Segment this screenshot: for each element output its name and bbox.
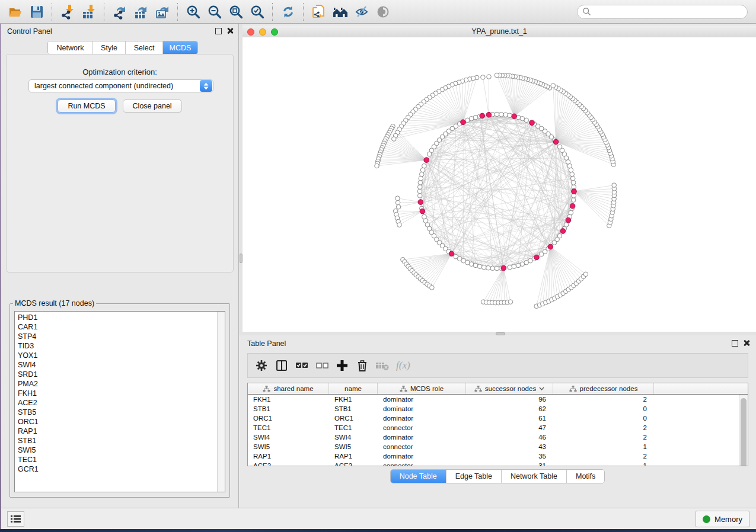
zoom-out-icon[interactable] xyxy=(206,3,224,21)
zoom-fit-icon[interactable] xyxy=(227,3,245,21)
table-cell: SWI5 xyxy=(248,442,329,451)
save-session-icon[interactable] xyxy=(28,3,46,21)
mcds-result-item[interactable]: STP4 xyxy=(18,332,215,341)
mcds-result-item[interactable]: TID3 xyxy=(18,341,215,351)
search-input[interactable] xyxy=(577,5,748,19)
column-header-shared-name[interactable]: shared name xyxy=(248,383,329,394)
import-network-icon[interactable] xyxy=(59,3,76,21)
mcds-result-item[interactable]: STB5 xyxy=(18,408,215,417)
table-settings-gear-icon[interactable] xyxy=(253,357,270,374)
mcds-result-item[interactable]: SWI4 xyxy=(18,360,215,370)
tab-network-table[interactable]: Network Table xyxy=(502,470,567,483)
mcds-result-item[interactable]: SWI5 xyxy=(18,446,215,455)
tab-edge-table[interactable]: Edge Table xyxy=(446,470,502,483)
mcds-result-item[interactable]: TEC1 xyxy=(18,455,215,464)
function-builder-icon[interactable]: f(x) xyxy=(396,360,410,371)
mcds-result-item[interactable]: GCR1 xyxy=(18,464,215,474)
zoom-selected-icon[interactable] xyxy=(248,3,266,21)
splitter-grip[interactable] xyxy=(496,332,505,335)
mcds-list-scrollbar[interactable] xyxy=(217,312,225,492)
mcds-result-item[interactable]: ORC1 xyxy=(18,417,215,427)
select-all-icon[interactable] xyxy=(293,357,311,374)
first-neighbors-icon[interactable] xyxy=(331,3,349,21)
mcds-result-list[interactable]: PHD1CAR1STP4TID3YOX1SWI4SRD1PMA2FKH1ACE2… xyxy=(14,311,225,492)
add-column-icon[interactable] xyxy=(333,357,351,374)
table-row[interactable]: ORC1ORC1dominator610 xyxy=(248,414,739,423)
mcds-result-item[interactable]: ACE2 xyxy=(18,398,215,408)
table-scrollbar[interactable] xyxy=(739,395,748,466)
table-panel-title: Table Panel xyxy=(247,339,286,348)
tab-mcds[interactable]: MCDS xyxy=(163,41,197,54)
mcds-result-item[interactable]: FKH1 xyxy=(18,389,215,398)
hide-graphics-icon[interactable] xyxy=(353,3,371,21)
table-cell: 1 xyxy=(553,442,654,451)
table-cell: dominator xyxy=(378,414,466,423)
tab-select[interactable]: Select xyxy=(126,41,163,54)
table-cell: 0 xyxy=(553,414,654,423)
delete-column-icon[interactable] xyxy=(353,357,371,374)
node-table-body[interactable]: FKH1FKH1dominator962STB1STB1dominator620… xyxy=(248,395,739,466)
memory-button[interactable]: Memory xyxy=(696,511,749,527)
mcds-result-item[interactable]: RAP1 xyxy=(18,427,215,436)
run-mcds-button[interactable]: Run MCDS xyxy=(58,100,115,113)
main-area: YPA_prune.txt_1 Table Panel f(x) xyxy=(239,24,756,508)
toolbar-separator xyxy=(104,3,105,21)
float-panel-icon[interactable] xyxy=(732,340,738,347)
table-row[interactable]: STB1STB1dominator620 xyxy=(248,404,739,414)
export-image-icon[interactable] xyxy=(154,3,171,21)
network-canvas[interactable] xyxy=(243,37,756,332)
open-session-icon[interactable] xyxy=(7,3,24,21)
table-row[interactable]: TEC1TEC1connector472 xyxy=(248,423,739,432)
tab-node-table[interactable]: Node Table xyxy=(391,470,446,483)
column-header-predecessor-nodes[interactable]: predecessor nodes xyxy=(553,383,654,394)
table-scrollbar-thumb[interactable] xyxy=(741,398,747,466)
table-cell: TEC1 xyxy=(329,423,378,432)
clone-network-icon[interactable] xyxy=(310,3,328,21)
table-cell: TEC1 xyxy=(248,423,329,432)
zoom-in-icon[interactable] xyxy=(184,3,202,21)
table-row[interactable]: RAP1RAP1dominator352 xyxy=(248,451,739,461)
mcds-result-item[interactable]: STB1 xyxy=(18,436,215,446)
show-graphics-icon[interactable] xyxy=(374,3,392,21)
float-panel-icon[interactable] xyxy=(215,28,222,34)
table-row[interactable]: SWI5SWI5connector431 xyxy=(248,442,739,451)
mcds-result-item[interactable]: PMA2 xyxy=(18,379,215,389)
network-window-titlebar[interactable]: YPA_prune.txt_1 xyxy=(243,26,756,38)
close-panel-icon[interactable] xyxy=(743,339,750,347)
table-cell: 0 xyxy=(553,404,654,414)
close-panel-icon[interactable] xyxy=(227,27,234,34)
column-header-mcds-role[interactable]: MCDS role xyxy=(378,383,466,394)
export-network-icon[interactable] xyxy=(111,3,129,21)
splitter-grip[interactable] xyxy=(240,254,243,263)
table-cell: ORC1 xyxy=(329,414,378,423)
task-history-button[interactable] xyxy=(7,511,24,527)
search-icon xyxy=(582,7,591,16)
table-row[interactable]: SWI4SWI4dominator462 xyxy=(248,432,739,442)
node-table: shared name name MCDS role successor nod… xyxy=(247,383,748,466)
table-cell: FKH1 xyxy=(329,395,378,404)
mcds-result-item[interactable]: YOX1 xyxy=(18,351,215,360)
close-panel-button[interactable]: Close panel xyxy=(123,100,182,113)
table-cell: dominator xyxy=(378,395,466,404)
table-cell: FKH1 xyxy=(248,395,329,404)
table-cell: 47 xyxy=(466,423,553,432)
table-cell: ACE2 xyxy=(248,461,329,466)
mcds-result-item[interactable]: CAR1 xyxy=(18,322,215,332)
column-header-name[interactable]: name xyxy=(329,383,378,394)
mcds-result-item[interactable]: PHD1 xyxy=(18,313,215,322)
show-columns-icon[interactable] xyxy=(273,357,291,374)
optimization-criterion-select[interactable]: largest connected component (undirected) xyxy=(28,79,213,92)
mcds-result-items: PHD1CAR1STP4TID3YOX1SWI4SRD1PMA2FKH1ACE2… xyxy=(18,313,215,474)
export-table-icon[interactable] xyxy=(132,3,150,21)
refresh-icon[interactable] xyxy=(279,3,297,21)
tab-style[interactable]: Style xyxy=(93,41,126,54)
delete-table-icon[interactable] xyxy=(374,357,391,374)
table-row[interactable]: FKH1FKH1dominator962 xyxy=(248,395,739,404)
tab-network[interactable]: Network xyxy=(48,41,93,54)
tab-motifs[interactable]: Motifs xyxy=(567,470,604,483)
column-header-successor-nodes[interactable]: successor nodes xyxy=(466,383,553,394)
mcds-result-item[interactable]: SRD1 xyxy=(18,370,215,379)
table-row[interactable]: ACE2ACE2connector311 xyxy=(248,461,739,466)
deselect-all-icon[interactable] xyxy=(313,357,331,374)
import-table-icon[interactable] xyxy=(80,3,98,21)
